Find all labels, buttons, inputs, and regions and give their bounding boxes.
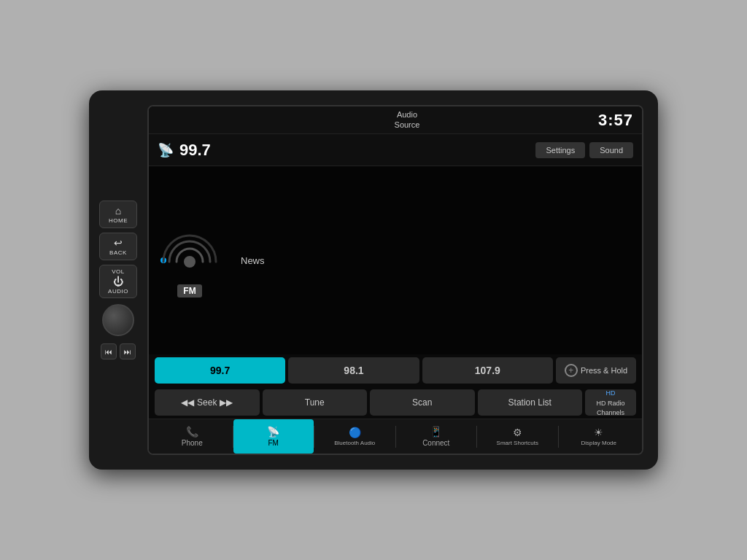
phone-icon: 📞: [186, 426, 198, 438]
connect-icon: 📱: [430, 426, 442, 438]
car-surround: ⌂ HOME ↩ BACK VOL ⏻ AUDIO ⏮ ⏭ Audio Sour…: [89, 90, 658, 470]
plus-icon: +: [565, 364, 578, 377]
nav-smart-shortcuts[interactable]: ⚙ Smart Shortcuts: [477, 419, 558, 454]
press-hold-button[interactable]: + Press & Hold: [556, 357, 636, 384]
seek-buttons: ⏮ ⏭: [101, 343, 136, 359]
vol-audio-button[interactable]: VOL ⏻ AUDIO: [99, 265, 137, 298]
bluetooth-icon: 🔵: [349, 427, 361, 438]
power-icon: ⏻: [113, 276, 123, 287]
preset-button-2[interactable]: 98.1: [288, 357, 419, 384]
preset-button-3[interactable]: 107.9: [422, 357, 553, 384]
audio-source-label: Audio Source: [395, 110, 420, 129]
band-label: FM: [177, 284, 201, 298]
back-button[interactable]: ↩ BACK: [99, 233, 137, 260]
nav-connect[interactable]: 📱 Connect: [396, 419, 477, 454]
left-controls: ⌂ HOME ↩ BACK VOL ⏻ AUDIO ⏮ ⏭: [96, 201, 140, 359]
main-content: FM News: [149, 166, 642, 354]
scan-button[interactable]: Scan: [370, 389, 475, 416]
station-name: News: [241, 255, 265, 266]
nav-fm[interactable]: 📡 FM: [233, 419, 314, 454]
settings-button[interactable]: Settings: [535, 142, 585, 158]
volume-knob[interactable]: [102, 304, 134, 336]
radio-waves-svg: [160, 225, 219, 280]
seek-button[interactable]: ◀◀ Seek ▶▶: [155, 389, 260, 416]
control-row: ◀◀ Seek ▶▶ Tune Scan Station List HD HD …: [149, 386, 642, 419]
radio-signal-icon: 📡: [158, 142, 174, 158]
hd-radio-button[interactable]: HD HD Radio Channels: [585, 389, 636, 416]
fm-display: FM: [160, 223, 219, 298]
infotainment-screen: Audio Source 3:57 📡 99.7 Settings Sound: [147, 105, 643, 455]
clock-display: 3:57: [598, 111, 633, 130]
station-bar: 📡 99.7 Settings Sound: [149, 134, 642, 166]
seek-back-icon: ◀◀: [181, 397, 194, 408]
preset-button-1[interactable]: 99.7: [155, 357, 285, 384]
nav-phone[interactable]: 📞 Phone: [152, 419, 233, 454]
seek-forward-button[interactable]: ⏭: [120, 343, 136, 359]
station-list-button[interactable]: Station List: [478, 389, 583, 416]
smart-shortcuts-icon: ⚙: [513, 427, 522, 438]
preset-row: 99.7 98.1 107.9 + Press & Hold: [149, 354, 642, 386]
nav-display-mode[interactable]: ☀ Display Mode: [559, 419, 640, 454]
home-button[interactable]: ⌂ HOME: [99, 201, 137, 228]
nav-bluetooth[interactable]: 🔵 Bluetooth Audio: [314, 419, 395, 454]
display-mode-icon: ☀: [594, 427, 603, 438]
seek-fwd-icon: ▶▶: [220, 397, 233, 408]
sound-button[interactable]: Sound: [589, 142, 633, 158]
station-frequency: 📡 99.7: [158, 141, 211, 160]
top-bar: Audio Source 3:57: [149, 106, 642, 134]
tune-button[interactable]: Tune: [263, 389, 368, 416]
fm-icon: 📡: [267, 426, 279, 438]
back-icon: ↩: [114, 238, 123, 248]
bottom-nav: 📞 Phone 📡 FM 🔵 Bluetooth Audio 📱 Connect…: [149, 419, 642, 454]
station-action-buttons: Settings Sound: [535, 142, 633, 158]
radio-graphic: [160, 223, 219, 281]
home-icon: ⌂: [115, 206, 121, 216]
svg-point-0: [184, 256, 196, 268]
seek-back-button[interactable]: ⏮: [101, 343, 117, 359]
